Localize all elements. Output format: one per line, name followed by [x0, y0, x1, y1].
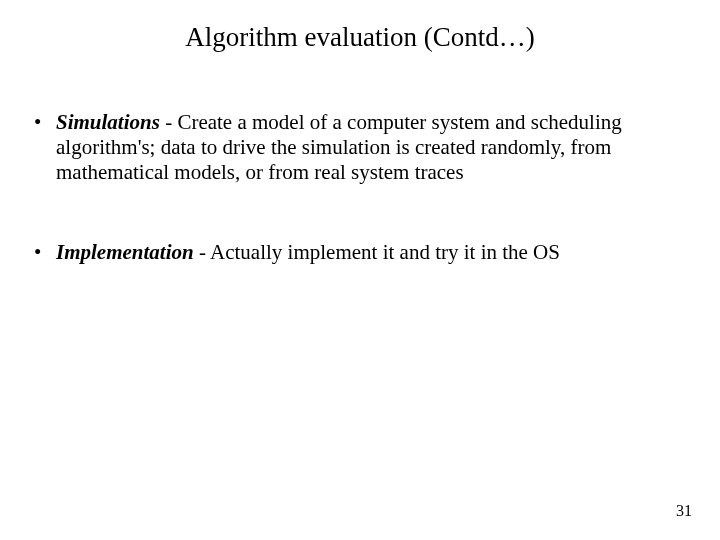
slide-body: Simulations - Create a model of a comput…: [30, 110, 680, 321]
list-item: Implementation - Actually implement it a…: [30, 240, 680, 265]
page-number: 31: [676, 502, 692, 520]
bullet-text: - Actually implement it and try it in th…: [194, 240, 560, 264]
bullet-list: Simulations - Create a model of a comput…: [30, 110, 680, 265]
slide: Algorithm evaluation (Contd…) Simulation…: [0, 0, 720, 540]
bullet-term: Implementation: [56, 240, 194, 264]
list-item: Simulations - Create a model of a comput…: [30, 110, 680, 184]
slide-title: Algorithm evaluation (Contd…): [0, 22, 720, 53]
bullet-term: Simulations: [56, 110, 160, 134]
